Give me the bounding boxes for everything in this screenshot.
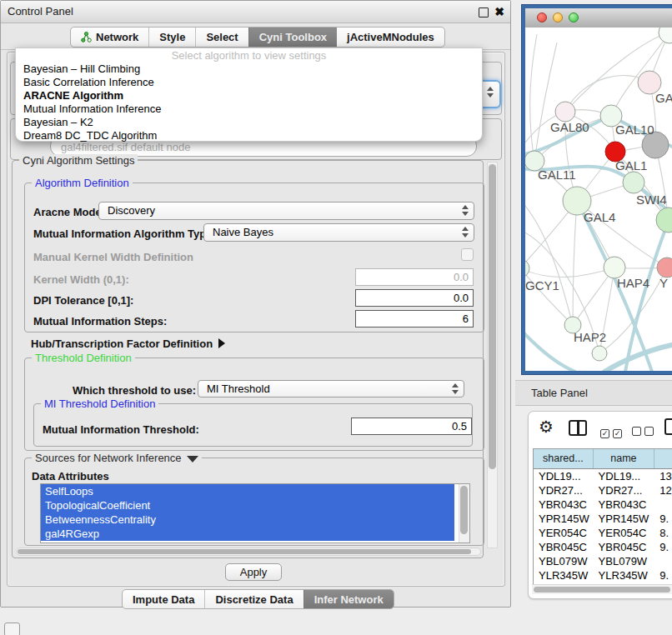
column-header[interactable]: shared... [534,449,594,468]
minimize-traffic-light[interactable] [553,12,563,22]
mi-threshold-label: Mutual Information Threshold: [43,423,199,436]
columns-icon[interactable] [569,420,587,436]
node-label: GCY1 [525,278,559,292]
stepper-arrows-icon [462,227,469,238]
table-row[interactable]: YER054CYER054C8. [534,526,672,540]
aracne-mode-label: Aracne Mode: [33,206,105,218]
algorithm-option[interactable]: Bayesian – Hill Climbing [16,62,482,76]
data-attributes-list: SelfLoops TopologicalCoefficient Between… [40,483,470,543]
close-icon[interactable]: ✖ [494,4,504,19]
table-row[interactable]: YDL19...YDL19...13 [534,469,672,483]
algorithm-option[interactable]: Bayesian – K2 [16,116,482,129]
table-row[interactable]: YLR345WYLR345W9. [534,568,672,582]
scrollbar-thumb[interactable] [18,549,471,554]
control-panel-tabstrip: Network Style Select Cyni Toolbox jActiv… [1,22,510,50]
algorithm-dropdown-popup: Select algorithm to view settings Bayesi… [15,48,483,142]
list-item[interactable]: TopologicalCoefficient [41,498,454,512]
node-label: GAL4 [584,210,615,224]
tab-infer-network[interactable]: Infer Network [303,590,394,608]
float-window-icon[interactable] [479,8,489,18]
tab-cyni-toolbox[interactable]: Cyni Toolbox [248,28,337,47]
which-threshold-combo[interactable]: MI Threshold [198,380,464,398]
tab-style[interactable]: Style [148,28,195,47]
table-row[interactable]: YBR043CYBR043C [534,498,672,512]
algorithm-option[interactable]: Dream8 DC_TDC Algorithm [16,129,482,142]
settings-vertical-scrollbar[interactable] [487,162,498,548]
scrollbar-thumb[interactable] [460,486,468,534]
sources-group: Sources for Network Inference Data Attri… [24,458,484,546]
network-window-titlebar[interactable] [525,8,672,28]
select-all-checkboxes-icon[interactable]: ✓✓ [600,424,625,439]
kernel-width-label: Kernel Width (0,1): [33,273,129,286]
node-label: GAL11 [538,168,576,182]
deselect-all-checkboxes-icon[interactable] [632,424,657,439]
tab-impute-data[interactable]: Impute Data [123,590,204,608]
mi-type-label: Mutual Information Algorithm Type: [33,228,216,240]
network-node[interactable] [656,208,672,232]
table-icon[interactable] [664,418,672,435]
node-label: GAL1 [615,158,647,172]
table-row[interactable]: YBL079WYBL079W [534,554,672,568]
aracne-mode-combo[interactable]: Discovery [98,202,474,220]
zoom-traffic-light[interactable] [569,12,579,22]
kernel-width-field[interactable]: 0.0 [355,268,474,286]
close-traffic-light[interactable] [537,12,547,22]
scrollbar-thumb[interactable] [489,164,496,469]
collapse-arrow-icon [187,456,198,462]
settings-horizontal-scrollbar[interactable] [16,548,481,556]
node-label: SWI4 [636,192,667,207]
bottom-tab-group: Impute Data Discretize Data Infer Networ… [122,589,394,609]
mi-threshold-field[interactable]: 0.5 [351,418,472,435]
network-node[interactable] [592,346,607,361]
tab-network[interactable]: Network [71,28,148,47]
network-canvas[interactable]: GAL GAL80 GAL10 GAL1 GAL11 SWI4 GAL4 GCY… [525,28,672,371]
network-icon [81,32,92,42]
column-header[interactable]: name [594,449,655,468]
tab-discretize-data[interactable]: Discretize Data [204,590,303,608]
algorithm-option-selected[interactable]: ARACNE Algorithm [16,89,482,102]
gear-icon[interactable]: ⚙ [539,417,554,437]
dpi-tolerance-label: DPI Tolerance [0,1]: [33,294,133,307]
algorithm-definition-group: Algorithm Definition Aracne Mode: Discov… [24,182,484,332]
table-row[interactable]: YPR145WYPR145W9. [534,512,672,526]
popup-placeholder: Select algorithm to view settings [16,49,482,62]
scrollbar-thumb[interactable] [534,587,670,592]
apply-button[interactable]: Apply [225,563,282,581]
hub-definition-expander[interactable]: Hub/Transcription Factor Definition [31,336,225,351]
table-row[interactable]: YBR045CYBR045C9. [534,540,672,554]
algorithm-option[interactable]: Basic Correlation Inference [16,76,482,89]
list-vertical-scrollbar[interactable] [459,484,469,542]
tab-jactivemnodules[interactable]: jActiveMNodules [337,28,444,47]
dock-panel-icon[interactable] [4,622,20,635]
list-item[interactable]: BetweennessCentrality [41,512,454,527]
network-node-swi4[interactable] [623,172,644,193]
table-panel-titlebar: Table Panel [515,380,672,406]
network-node-gal80[interactable] [555,102,575,122]
list-item[interactable]: SelfLoops [41,484,454,498]
dpi-tolerance-field[interactable]: 0.0 [355,289,474,307]
group-title: Sources for Network Inference [32,452,202,464]
mi-algorithm-type-combo[interactable]: Naive Bayes [203,223,474,242]
network-node-pink[interactable] [657,258,672,278]
manual-kernel-checkbox[interactable] [461,248,474,261]
mi-steps-field[interactable]: 6 [355,310,474,328]
table-body: YDL19...YDL19...13 YDR27...YDR27...12 YB… [534,469,672,590]
algorithm-option[interactable]: Mutual Information Inference [16,102,482,116]
network-node[interactable] [659,28,672,43]
stepper-arrows-icon [452,383,459,394]
control-panel-titlebar[interactable]: Control Panel ✖ [1,1,510,23]
table-row[interactable]: YDR27...YDR27...12 [534,483,672,498]
node-table: shared... name YDL19...YDL19...13 YDR27.… [533,448,672,591]
network-view-window: GAL GAL80 GAL10 GAL1 GAL11 SWI4 GAL4 GCY… [521,4,672,375]
table-horizontal-scrollbar[interactable] [532,584,672,594]
mi-threshold-definition-group: MI Threshold Definition Mutual Informati… [33,403,473,447]
which-threshold-label: Which threshold to use: [73,384,196,397]
table-panel-card: ⚙ ✓✓ shared... name YDL19...YDL19...13 Y… [528,411,672,599]
window-title: Control Panel [8,1,73,22]
group-title: Algorithm Definition [32,177,133,189]
tab-select[interactable]: Select [195,28,248,47]
list-item[interactable]: gal4RGexp [41,527,454,541]
network-node-gcy1[interactable] [525,259,529,278]
cyni-algorithm-settings-group: Cyni Algorithm Settings Algorithm Defini… [12,160,484,558]
column-header[interactable] [654,449,672,468]
